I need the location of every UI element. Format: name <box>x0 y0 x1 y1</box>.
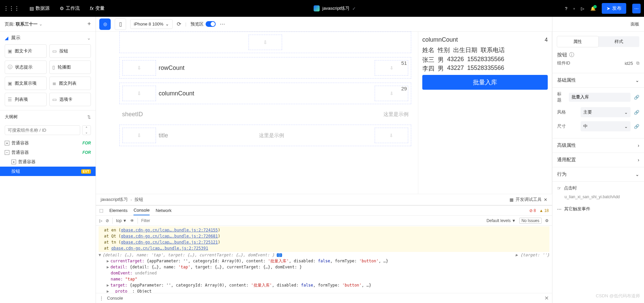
gear-icon[interactable]: ⚙ <box>545 218 549 223</box>
list-icon: ☰ <box>8 97 12 102</box>
save-icon[interactable]: ▫ <box>573 6 575 11</box>
comp-carousel[interactable]: ▯轮播图 <box>49 60 91 74</box>
datasource-btn[interactable]: ▤ 数据源 <box>30 5 50 11</box>
block-sheetid[interactable]: sheetID 这里是示例 <box>119 108 411 121</box>
outline-header[interactable]: 大纲树 ⇅ <box>0 110 96 123</box>
device-button[interactable]: ▯ <box>115 18 126 30</box>
section-basic[interactable]: 基础属性⌄ <box>552 73 644 88</box>
section-display[interactable]: ◢ 展示 ⌄ <box>0 32 96 44</box>
close-icon[interactable]: ✕ <box>544 295 549 301</box>
property-tabs: 属性 样式 <box>557 36 639 47</box>
crumb-current[interactable]: 按钮 <box>135 197 143 203</box>
other-events[interactable]: ⋯其它触发事件 <box>552 203 644 215</box>
level-select[interactable]: Default levels ▼ <box>486 218 516 223</box>
tree-container-0[interactable]: +普通容器FOR <box>0 138 96 148</box>
info-icon[interactable]: ⓘ <box>569 52 574 58</box>
comp-list-item[interactable]: ☰列表项 <box>5 93 47 106</box>
tree-container-1[interactable]: −普通容器FOR <box>0 148 96 157</box>
tree-button-selected[interactable]: 按钮EVT <box>0 167 96 176</box>
outline-search-input[interactable] <box>5 125 80 135</box>
drawer-menu-icon[interactable]: ⋮ <box>99 296 104 301</box>
play-icon[interactable]: ▷ <box>581 6 584 11</box>
refresh-icon[interactable]: ⟳ <box>177 21 181 27</box>
workflow-icon: ⚙ <box>60 6 64 11</box>
info-icon: ⓘ <box>8 64 12 70</box>
zoom-select[interactable]: iPhone 8 100%⌄ <box>130 19 173 29</box>
section-common[interactable]: 通用配置› <box>552 153 644 167</box>
link-icon[interactable]: 🔗 <box>634 110 639 115</box>
eye-icon[interactable]: 👁 <box>130 218 134 223</box>
phone-preview: columnCount4 姓名性别出生日期联系电话 张三男43226155283… <box>418 32 552 194</box>
app-menu-icon[interactable]: ⋮⋮⋮ <box>3 5 19 12</box>
context-select[interactable]: top ▼ <box>116 218 127 223</box>
clear-icon[interactable]: ⊘ <box>106 218 109 223</box>
drawer-console-tab[interactable]: Console <box>107 296 123 301</box>
event-click[interactable]: ☞点击时 <box>552 182 644 194</box>
tab-properties[interactable]: 属性 <box>557 36 598 47</box>
style-select[interactable]: 主要⌄ <box>581 107 631 117</box>
more-icon[interactable]: ⋯ <box>220 21 225 27</box>
play-icon[interactable]: ▷ <box>99 218 102 223</box>
more-icon[interactable]: ⋯ <box>632 4 641 13</box>
tab-network[interactable]: Network <box>156 208 172 213</box>
miniprogram-button[interactable]: ◎ <box>99 18 111 30</box>
drop-placeholder[interactable]: ⇩ <box>249 35 282 50</box>
left-panel: 页面: 联系三十一 ⌄ + ◢ 展示 ⌄ ▣图文卡片 ▭按钮 ⓘ状态提示 ▯轮播… <box>0 17 96 303</box>
comp-tabs[interactable]: ▭选项卡 <box>49 93 91 106</box>
workflow-btn[interactable]: ⚙ 工作流 <box>60 5 80 11</box>
issues-button[interactable]: No Issues <box>519 218 542 224</box>
comp-media-list[interactable]: ≣图文列表 <box>49 77 91 90</box>
grid-icon[interactable]: ▦ <box>509 197 514 202</box>
tabs-icon: ▭ <box>52 97 57 102</box>
page-selector[interactable]: 页面: 联系三十一 ⌄ <box>5 21 43 27</box>
tree-container-2[interactable]: +普通容器 <box>0 157 96 167</box>
tab-elements[interactable]: Elements <box>109 208 127 213</box>
inspect-icon[interactable]: ⬚ <box>99 208 103 213</box>
expand-collapse-buttons[interactable]: ⌃⌄ <box>82 125 91 135</box>
comp-media-item[interactable]: ▣图文展示项 <box>5 77 47 90</box>
size-select[interactable]: 中⌄ <box>581 121 631 131</box>
crumb-root[interactable]: javascript练习 <box>101 197 128 203</box>
event-handler[interactable]: u_lian_xi_san_shi_yi.batchAdd <box>552 194 644 203</box>
block-columncount[interactable]: ⇩ columnCount 29 ⇩ <box>119 83 411 104</box>
error-count[interactable]: ⊘ 8 <box>529 208 536 213</box>
project-name[interactable]: javascript练习 <box>322 5 350 11</box>
carousel-icon: ▯ <box>52 64 55 70</box>
block-rowcount[interactable]: ⇩ rowCount 51 ⇩ <box>119 57 411 79</box>
comp-image-card[interactable]: ▣图文卡片 <box>5 44 47 58</box>
card-icon: ▣ <box>8 48 12 54</box>
section-behavior[interactable]: 行为⌄ <box>552 167 644 182</box>
warning-count[interactable]: ▲ 18 <box>539 208 549 213</box>
title-input[interactable] <box>569 93 631 102</box>
notifications-icon[interactable]: 🔔 <box>590 6 596 11</box>
comp-status[interactable]: ⓘ状态提示 <box>5 60 47 74</box>
link-icon[interactable]: 🔗 <box>634 95 639 100</box>
publish-button[interactable]: ➤ 发布 <box>602 3 626 14</box>
design-canvas[interactable]: ⇩ ⇩ rowCount 51 ⇩ ⇩ columnCount 29 ⇩ she… <box>96 32 418 194</box>
tab-style[interactable]: 样式 <box>598 36 640 47</box>
copy-icon[interactable]: ⧉ <box>636 60 639 66</box>
section-advanced[interactable]: 高级属性› <box>552 138 644 153</box>
help-icon[interactable]: ? <box>565 6 567 11</box>
table-header: 姓名性别出生日期联系电话 <box>422 45 548 55</box>
add-page-button[interactable]: + <box>87 20 91 28</box>
component-id: id25 <box>625 61 633 66</box>
sort-icon: ⇅ <box>87 115 91 120</box>
tab-console[interactable]: Console <box>133 208 150 215</box>
preview-toggle[interactable]: 预览区 <box>191 21 216 27</box>
block-title[interactable]: ⇩ title 这里是示例 ⇩ <box>119 125 411 146</box>
table-row: 李四男4322715528335566 <box>422 64 548 73</box>
close-icon[interactable]: ✕ <box>544 197 547 202</box>
devtools-label[interactable]: 开发调试工具 <box>516 197 542 203</box>
console-object[interactable]: ▼{detail: {…}, name: 'tap', target: {…},… <box>99 252 549 258</box>
toggle-switch[interactable] <box>206 21 216 27</box>
comp-button[interactable]: ▭按钮 <box>49 44 91 58</box>
variable-btn[interactable]: fx 变量 <box>90 5 105 11</box>
filter-input[interactable] <box>141 218 483 223</box>
component-title: 按钮 <box>557 52 567 58</box>
list-media-icon: ≣ <box>52 81 56 86</box>
batch-import-button[interactable]: 批量入库 <box>422 75 548 90</box>
link-icon[interactable]: 🔗 <box>634 124 639 129</box>
media-icon: ▣ <box>8 81 12 86</box>
for-badge: FOR <box>83 141 91 145</box>
